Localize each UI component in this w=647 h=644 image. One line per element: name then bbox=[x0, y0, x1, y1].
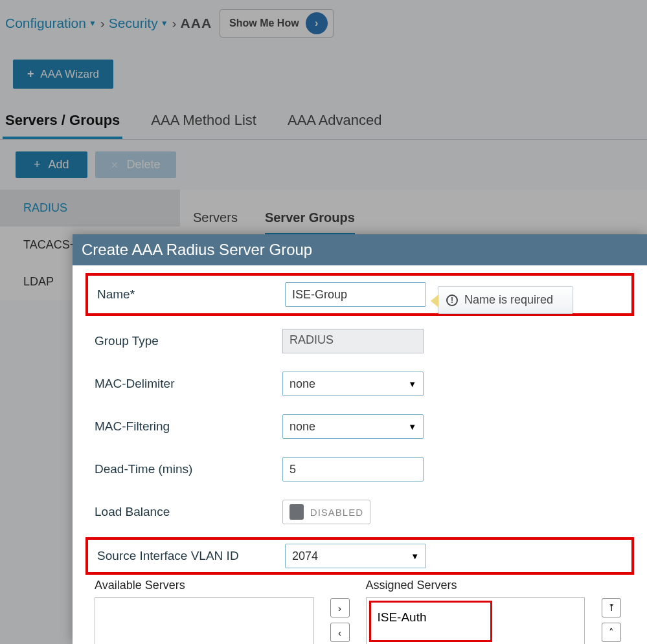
load-balance-state: DISABLED bbox=[310, 507, 363, 518]
move-right-button[interactable]: › bbox=[330, 598, 350, 617]
available-servers-list[interactable] bbox=[95, 597, 314, 644]
mac-delimiter-label: MAC-Delimiter bbox=[95, 377, 282, 391]
chevron-down-icon: ▼ bbox=[408, 422, 416, 432]
dead-time-label: Dead-Time (mins) bbox=[95, 462, 282, 476]
info-icon: ! bbox=[446, 294, 458, 306]
available-servers-label: Available Servers bbox=[95, 579, 314, 592]
mac-filtering-label: MAC-Filtering bbox=[95, 419, 282, 434]
mac-delimiter-select[interactable]: none ▼ bbox=[282, 372, 424, 396]
name-tip-text: Name is required bbox=[464, 293, 553, 307]
load-balance-toggle[interactable]: DISABLED bbox=[282, 500, 370, 524]
move-left-button[interactable]: ‹ bbox=[330, 623, 350, 642]
create-server-group-modal: Create AAA Radius Server Group Name* ! N… bbox=[73, 234, 647, 644]
assigned-servers-label: Assigned Servers bbox=[366, 579, 585, 592]
dual-list-servers: Available Servers › ‹ Assigned Servers I… bbox=[85, 575, 634, 644]
group-type-value: RADIUS bbox=[282, 329, 424, 353]
chevron-down-icon: ▼ bbox=[408, 379, 416, 389]
source-vlan-value: 2074 bbox=[292, 550, 318, 563]
name-label: Name* bbox=[97, 287, 285, 302]
mac-delimiter-value: none bbox=[289, 377, 315, 391]
group-type-label: Group Type bbox=[95, 334, 282, 348]
toggle-handle bbox=[289, 504, 304, 520]
assigned-servers-list[interactable]: ISE-Auth bbox=[366, 597, 585, 644]
chevron-down-icon: ▼ bbox=[411, 551, 419, 561]
load-balance-label: Load Balance bbox=[95, 505, 282, 519]
mac-filtering-select[interactable]: none ▼ bbox=[282, 414, 424, 439]
dead-time-input[interactable] bbox=[282, 457, 424, 482]
assigned-server-item[interactable]: ISE-Auth bbox=[369, 601, 492, 642]
mac-filtering-value: none bbox=[289, 420, 315, 434]
source-vlan-select[interactable]: 2074 ▼ bbox=[285, 544, 426, 568]
modal-title: Create AAA Radius Server Group bbox=[73, 234, 647, 265]
source-vlan-label: Source Interface VLAN ID bbox=[97, 549, 285, 563]
name-input[interactable] bbox=[285, 282, 426, 307]
move-up-button[interactable]: ˄ bbox=[602, 623, 621, 642]
name-required-tooltip: ! Name is required bbox=[438, 286, 573, 314]
move-top-button[interactable]: ⤒ bbox=[602, 598, 621, 617]
